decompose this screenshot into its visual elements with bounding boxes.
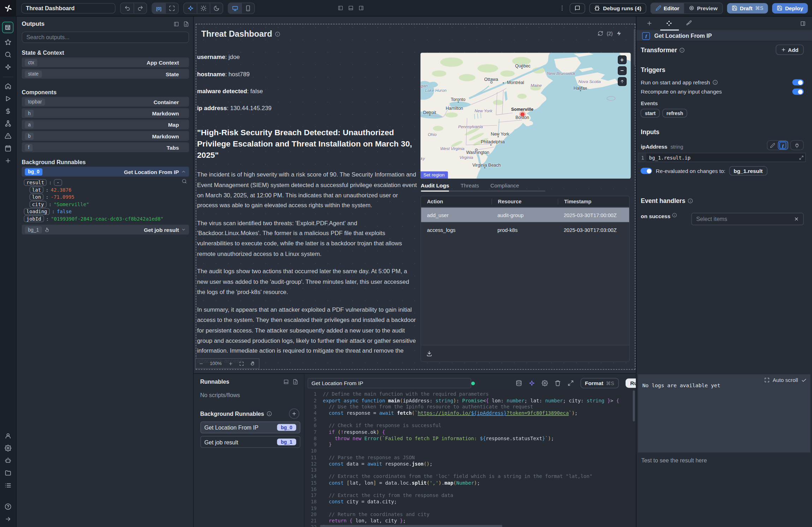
home-icon[interactable] xyxy=(5,83,11,90)
json-entry-loading[interactable]: loading:false xyxy=(24,208,187,215)
more-menu-icon[interactable] xyxy=(559,5,566,11)
add-transformer-button[interactable]: Add xyxy=(776,44,804,55)
static-mode-button[interactable] xyxy=(768,141,778,150)
debug-runs-button[interactable]: Debug runs (4) xyxy=(590,3,646,13)
json-entry-result[interactable]: result:- xyxy=(24,179,187,186)
resources-icon[interactable] xyxy=(5,120,11,127)
chevron-down-icon[interactable] xyxy=(181,227,186,232)
column-header-action[interactable]: Action xyxy=(421,199,491,204)
map-locate-button[interactable] xyxy=(617,77,626,86)
format-button[interactable]: Format⌘S xyxy=(580,378,619,388)
collapse-right-panel-icon[interactable] xyxy=(800,20,806,26)
editor-vscrollbar[interactable] xyxy=(633,390,635,421)
zap-icon[interactable] xyxy=(616,31,622,36)
runs-icon[interactable] xyxy=(5,95,11,102)
runnables-doc-icon[interactable] xyxy=(292,379,298,384)
insert-component-tab[interactable] xyxy=(646,20,653,26)
mobile-view-toggle[interactable] xyxy=(241,3,255,13)
autoscroll-checkbox[interactable] xyxy=(801,377,807,383)
cache-icon[interactable] xyxy=(515,380,522,387)
toggle-left-panel-icon[interactable] xyxy=(338,5,343,11)
pan-icon[interactable] xyxy=(250,361,256,366)
column-header-resource[interactable]: Resource xyxy=(491,199,557,204)
windmill-logo[interactable] xyxy=(0,0,16,16)
zoom-out-icon[interactable] xyxy=(199,361,203,366)
eval-mode-button[interactable] xyxy=(778,141,788,150)
selected-component-header[interactable]: Get Location From IP xyxy=(637,31,812,42)
collapse-rail-icon[interactable] xyxy=(5,516,11,522)
workers-icon[interactable] xyxy=(5,457,11,464)
user-icon[interactable] xyxy=(5,432,11,439)
variables-icon[interactable] xyxy=(5,108,11,114)
ai-wand-icon[interactable] xyxy=(5,64,11,70)
report-markdown[interactable]: "High-Risk Security Breach Detected: Una… xyxy=(197,127,418,373)
bg1-output-row[interactable]: bg_1 Get job result xyxy=(22,225,189,235)
search-outputs-input[interactable]: Search outputs... xyxy=(22,31,189,43)
ai-assistant-button[interactable] xyxy=(184,3,197,13)
table-row[interactable]: add_useraudit-group2025-03-30T17:00:00Z xyxy=(421,207,629,222)
reeval-toggle[interactable] xyxy=(641,168,652,174)
map-zoom-out-button[interactable]: − xyxy=(617,66,626,75)
ai-gen-icon[interactable] xyxy=(529,380,535,387)
expand-grid-button[interactable] xyxy=(165,3,178,13)
toggle-right-panel-icon[interactable] xyxy=(358,5,364,11)
desktop-view-toggle[interactable] xyxy=(228,3,241,13)
preview-tab[interactable]: Preview xyxy=(684,3,722,13)
collapse-outputs-icon[interactable] xyxy=(173,21,179,26)
runnable-name-input[interactable]: Get Location From IP xyxy=(308,378,471,388)
bg-runnable-bg_1[interactable]: Get job resultbg_1 xyxy=(200,436,300,448)
json-entry-city[interactable]: city:"Somerville" xyxy=(24,200,187,208)
undo-button[interactable] xyxy=(121,3,134,13)
help-icon[interactable] xyxy=(5,503,11,510)
collapse-runnables-icon[interactable] xyxy=(283,379,289,384)
json-entry-lon[interactable]: lon:-71.0995 xyxy=(24,193,187,200)
search-icon[interactable] xyxy=(5,51,11,58)
refresh-app-icon[interactable] xyxy=(597,31,603,36)
recompute-toggle[interactable] xyxy=(792,89,804,95)
tab-threats[interactable]: Threats xyxy=(461,182,479,188)
add-icon[interactable] xyxy=(5,157,11,164)
tab-audit-logs[interactable]: Audit Logs xyxy=(421,182,449,188)
app-title-input[interactable]: Threat Dashboard xyxy=(21,3,115,13)
outputs-doc-icon[interactable] xyxy=(183,21,189,26)
rail-app-builder[interactable] xyxy=(2,22,14,33)
component-row-topbar[interactable]: topbarContainer xyxy=(22,97,189,107)
editor-tab[interactable]: Editor xyxy=(651,3,684,13)
collapse-toggle[interactable]: - xyxy=(54,179,62,186)
json-search-icon[interactable] xyxy=(181,179,187,184)
alerts-icon[interactable] xyxy=(5,133,11,139)
editor-hscrollbar[interactable] xyxy=(320,525,502,527)
download-icon[interactable] xyxy=(426,350,432,357)
map-component[interactable]: QuébecOttawaMontréalNew BrunswickNova Sc… xyxy=(420,53,631,179)
column-header-timestamp[interactable]: Timestamp xyxy=(557,199,629,204)
toggle-bottom-panel-icon[interactable] xyxy=(348,5,354,11)
favorites-icon[interactable] xyxy=(5,39,11,46)
script-settings-icon[interactable] xyxy=(542,380,548,387)
chevron-up-icon[interactable] xyxy=(181,169,186,174)
set-region-button[interactable]: Set region xyxy=(420,172,448,179)
json-entry-jobId[interactable]: jobId:"0199390f-2843-ceac-dc03-cf8b242a1… xyxy=(24,215,187,222)
output-row-state[interactable]: stateState xyxy=(22,69,189,79)
redo-button[interactable] xyxy=(133,3,147,13)
delete-script-icon[interactable] xyxy=(554,380,561,387)
host-info-markdown[interactable]: username: jdoehostname: host789malware d… xyxy=(197,54,414,122)
component-row-f[interactable]: fTabs xyxy=(22,142,189,152)
folders-icon[interactable] xyxy=(5,469,11,476)
map-zoom-in-button[interactable]: + xyxy=(617,55,626,64)
component-row-a[interactable]: aMap xyxy=(22,120,189,130)
zoom-in-icon[interactable] xyxy=(228,361,233,366)
light-theme-button[interactable] xyxy=(197,3,210,13)
connect-input-button[interactable] xyxy=(790,140,804,150)
logs-icon[interactable] xyxy=(5,482,11,489)
component-settings-tab[interactable] xyxy=(666,20,673,26)
expand-expression-icon[interactable] xyxy=(799,155,804,160)
fit-icon[interactable] xyxy=(239,361,244,366)
fullscreen-logs-icon[interactable] xyxy=(764,377,770,383)
expand-editor-icon[interactable] xyxy=(567,380,574,387)
styling-tab[interactable] xyxy=(686,20,692,26)
table-row[interactable]: access_logsprod-k8s2025-03-30T17:03:00Z xyxy=(421,222,629,237)
schedules-icon[interactable] xyxy=(5,145,11,152)
component-row-b[interactable]: bMarkdown xyxy=(22,131,189,141)
tab-compliance[interactable]: Compliance xyxy=(490,182,519,188)
canvas-scrollbar[interactable] xyxy=(634,29,635,65)
